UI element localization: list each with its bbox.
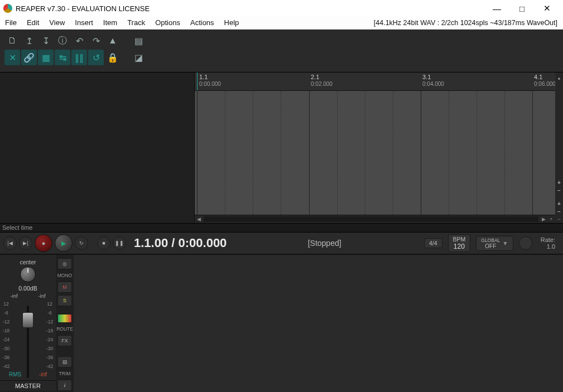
master-fader[interactable] [22,312,33,328]
rate-value[interactable]: 1.0 [541,243,555,250]
zoom-in-v2-button[interactable]: + [556,201,562,206]
master-mono-button[interactable]: ◎ [57,258,72,269]
zoom-out-v2-button[interactable]: − [556,209,562,214]
stop-button[interactable]: ■ [97,236,110,250]
time-signature-button[interactable]: 4/4 [424,238,442,248]
master-pan-label: center [20,259,36,265]
meter-scale-left: 12 -6 -12 -18 -24 -30 -36 -42 [2,301,10,371]
master-solo-button[interactable]: S [57,295,72,306]
arrange-view[interactable]: 1.1 0:00.000 2.1 0:02.000 3.1 0:04.000 4… [195,72,563,223]
item-grouping-button[interactable]: 🔗 [21,50,37,65]
master-pan-knob[interactable] [20,267,36,282]
master-route-label: ROUTE [58,325,71,333]
app-logo-icon [3,4,12,13]
ripple-edit-button[interactable]: ‖‖ [71,50,87,65]
master-track-name[interactable]: MASTER [0,380,56,391]
selection-info[interactable]: Select time [0,223,563,233]
arrange-grid[interactable] [195,91,563,215]
menu-edit[interactable]: Edit [22,17,44,29]
play-cursor[interactable] [197,72,198,90]
close-button[interactable]: ✕ [535,0,560,17]
marker-nav-icon[interactable]: ● [557,76,560,81]
play-button[interactable]: ▶ [55,234,73,252]
rate-label: Rate: [541,236,555,243]
project-settings-button[interactable]: ⓘ [55,33,70,49]
ruler-bar-label: 2.1 [311,74,319,80]
repeat-button[interactable]: ↻ [75,236,88,250]
transport-status: [Stopped] [308,239,341,248]
zoom-out-v-button[interactable]: − [556,187,562,193]
master-rms-label: RMS [9,371,21,380]
master-route-button[interactable] [57,314,72,323]
master-info-button[interactable]: i [57,380,72,391]
grid-lines-button[interactable]: ▦ [38,50,54,65]
zoom-in-v-button[interactable]: + [556,180,562,185]
item-mix-button[interactable]: ◪ [131,50,146,65]
undo-button[interactable]: ↶ [71,33,87,49]
master-mute-button[interactable]: M [57,282,72,293]
metronome-button[interactable]: ▲ [105,33,121,49]
menu-help[interactable]: Help [219,17,244,29]
menu-view[interactable]: View [44,17,70,29]
auto-crossfade-button[interactable]: ✕ [4,50,20,65]
new-project-button[interactable]: 🗋 [4,33,20,49]
window-title: REAPER v7.30 - EVALUATION LICENSE [16,4,484,13]
ruler-bar-label: 1.1 [199,74,208,80]
mixer-panel: center 0.00dB -inf -inf 12 -6 -12 -18 -2… [0,254,563,392]
selection-set-button[interactable]: ▤ [131,33,146,49]
scroll-right-button[interactable]: ▶ [540,215,547,223]
master-db-readout[interactable]: 0.00dB [0,285,56,292]
minimize-button[interactable]: ― [484,0,509,17]
ruler-bar-label: 4.1 [534,74,542,80]
menu-file[interactable]: File [0,17,22,29]
pause-button[interactable]: ❚❚ [113,236,126,250]
chevron-down-icon: ▼ [502,240,508,246]
mixer-empty-area[interactable] [74,255,563,392]
menu-bar: File Edit View Insert Item Track Options… [0,17,563,30]
menu-insert[interactable]: Insert [70,17,98,29]
ruler-time-label: 0:04.000 [422,81,444,87]
snap-button[interactable]: ↹ [55,50,70,65]
track-control-panel[interactable] [0,72,195,223]
transport-bar: |◀ ▶| ● ▶ ↻ ■ ❚❚ 1.1.00 / 0:00.000 [Stop… [0,233,563,254]
zoom-out-h-button[interactable]: − [555,215,563,223]
transport-time-display[interactable]: 1.1.00 / 0:00.000 [134,236,227,250]
master-trim-button[interactable]: ▤ [57,356,72,367]
menu-item[interactable]: Item [98,17,122,29]
maximize-button[interactable]: □ [509,0,535,17]
global-automation-button[interactable]: GLOBAL OFF ▼ [476,236,513,251]
scroll-left-button[interactable]: ◀ [195,215,203,223]
menu-options[interactable]: Options [150,17,185,29]
scroll-track[interactable] [204,216,538,222]
master-mono-label: MONO [58,272,71,279]
zoom-in-h-button[interactable]: + [547,215,555,223]
redo-button[interactable]: ↷ [88,33,104,49]
master-peak-right: -inf [38,293,45,299]
go-to-start-button[interactable]: |◀ [3,236,17,250]
ruler-bar-label: 3.1 [422,74,431,80]
audio-device-info[interactable]: [44.1kHz 24bit WAV : 2/2ch 1024spls ~43/… [374,19,563,27]
playrate-knob[interactable] [519,236,532,250]
go-to-end-button[interactable]: ▶| [19,236,32,250]
save-project-button[interactable]: ↧ [38,33,54,49]
horizontal-scrollbar[interactable]: ◀ ▶ + − [195,215,563,223]
open-project-button[interactable]: ↥ [21,33,37,49]
envelope-move-button[interactable]: ↺ [88,50,104,65]
timeline-ruler[interactable]: 1.1 0:00.000 2.1 0:02.000 3.1 0:04.000 4… [195,72,563,91]
lock-button[interactable]: 🔒 [105,50,121,65]
record-button[interactable]: ● [35,234,52,252]
ruler-time-label: 0:00.000 [199,81,221,87]
ruler-time-label: 0:06.000 [534,81,556,87]
menu-track[interactable]: Track [122,17,150,29]
master-rms-value: -inf [39,371,47,380]
bpm-button[interactable]: BPM 120 [448,234,471,252]
meter-scale-right: 12 -6 -12 -18 -24 -30 -36 -42 [46,301,54,371]
ruler-time-label: 0:02.000 [311,81,333,87]
master-peak-left: -inf [10,293,17,299]
main-toolbar: 🗋 ↥ ↧ ⓘ ↶ ↷ ▲ ✕ 🔗 ▦ ↹ ‖‖ ↺ 🔒 ▤ ◪ [0,30,563,72]
master-trim-label: TRIM [58,370,71,378]
master-fx-button[interactable]: FX [57,335,72,346]
menu-actions[interactable]: Actions [185,17,219,29]
